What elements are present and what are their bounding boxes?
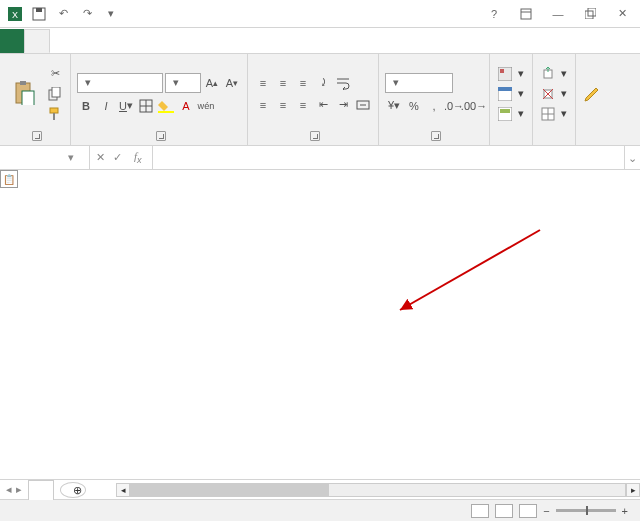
font-color-icon[interactable]: A xyxy=(177,97,195,115)
scroll-left-icon[interactable]: ◂ xyxy=(116,483,130,497)
svg-rect-13 xyxy=(53,113,55,120)
format-cells-button[interactable]: ▾ xyxy=(539,105,569,123)
sheet-nav-icon[interactable]: ◂ ▸ xyxy=(0,483,28,496)
tab-file[interactable] xyxy=(0,29,24,53)
zoom-in-icon[interactable]: + xyxy=(622,505,628,517)
font-size-combo[interactable]: ▾ xyxy=(165,73,201,93)
redo-icon[interactable]: ↷ xyxy=(76,3,98,25)
align-launcher[interactable] xyxy=(310,131,320,141)
font-launcher[interactable] xyxy=(156,131,166,141)
align-middle-icon[interactable]: ≡ xyxy=(274,74,292,92)
window-controls: ? — ✕ xyxy=(480,3,636,25)
number-format-combo[interactable]: ▾ xyxy=(385,73,453,93)
tab-view[interactable] xyxy=(170,29,194,53)
qat-dropdown-icon[interactable]: ▾ xyxy=(100,3,122,25)
fx-icon[interactable]: fx xyxy=(134,150,142,165)
svg-rect-8 xyxy=(20,81,26,85)
number-launcher[interactable] xyxy=(431,131,441,141)
align-bottom-icon[interactable]: ≡ xyxy=(294,74,312,92)
cut-icon[interactable]: ✂ xyxy=(46,65,64,83)
clipboard-launcher[interactable] xyxy=(32,131,42,141)
cancel-formula-icon[interactable]: ✕ xyxy=(96,151,105,164)
svg-rect-22 xyxy=(500,109,510,113)
page-layout-view-icon[interactable] xyxy=(495,504,513,518)
expand-formula-bar-icon[interactable]: ⌄ xyxy=(624,146,640,169)
percent-icon[interactable]: % xyxy=(405,97,423,115)
horizontal-scrollbar[interactable] xyxy=(130,483,626,497)
restore-icon[interactable] xyxy=(576,3,604,25)
group-styles: ▾ ▾ ▾ xyxy=(490,54,533,145)
help-icon[interactable]: ? xyxy=(480,3,508,25)
delete-cells-button[interactable]: ▾ xyxy=(539,85,569,103)
tab-insert[interactable] xyxy=(50,29,74,53)
tab-home[interactable] xyxy=(24,29,50,53)
ribbon-options-icon[interactable] xyxy=(512,3,540,25)
minimize-icon[interactable]: — xyxy=(544,3,572,25)
name-box[interactable]: ▾ xyxy=(0,146,90,169)
border-icon[interactable] xyxy=(137,97,155,115)
format-painter-icon[interactable] xyxy=(46,105,64,123)
sheet-tab-1[interactable] xyxy=(28,480,54,500)
font-name-combo[interactable]: ▾ xyxy=(77,73,163,93)
align-right-icon[interactable]: ≡ xyxy=(294,96,312,114)
copy-icon[interactable] xyxy=(46,85,64,103)
annotation-arrow xyxy=(0,170,640,479)
underline-icon[interactable]: U▾ xyxy=(117,97,135,115)
save-icon[interactable] xyxy=(28,3,50,25)
svg-rect-3 xyxy=(36,8,42,12)
paste-options-icon[interactable]: 📋 xyxy=(0,170,18,188)
table-format-button[interactable]: ▾ xyxy=(496,85,526,103)
decrease-indent-icon[interactable]: ⇤ xyxy=(314,96,332,114)
svg-rect-6 xyxy=(588,8,596,16)
tab-formulas[interactable] xyxy=(98,29,122,53)
add-sheet-icon[interactable]: ⊕ xyxy=(60,482,86,498)
cell-styles-button[interactable]: ▾ xyxy=(496,105,526,123)
title-bar: X ↶ ↷ ▾ ? — ✕ xyxy=(0,0,640,28)
status-bar: − + xyxy=(0,499,640,521)
decrease-font-icon[interactable]: A▾ xyxy=(223,74,241,92)
tab-layout[interactable] xyxy=(74,29,98,53)
italic-icon[interactable]: I xyxy=(97,97,115,115)
normal-view-icon[interactable] xyxy=(471,504,489,518)
svg-rect-20 xyxy=(498,87,512,91)
svg-rect-5 xyxy=(585,11,593,19)
fill-color-icon[interactable] xyxy=(157,97,175,115)
wrap-text-icon[interactable] xyxy=(334,74,352,92)
merge-icon[interactable] xyxy=(354,96,372,114)
name-box-dropdown-icon[interactable]: ▾ xyxy=(64,151,78,164)
svg-line-26 xyxy=(400,230,540,310)
currency-icon[interactable]: ¥▾ xyxy=(385,97,403,115)
svg-rect-11 xyxy=(52,87,60,97)
page-break-view-icon[interactable] xyxy=(519,504,537,518)
editing-icon[interactable] xyxy=(582,84,600,102)
worksheet[interactable]: 📋 xyxy=(0,170,640,479)
orientation-icon[interactable]: ⤸ xyxy=(314,74,332,92)
formula-input[interactable] xyxy=(153,146,624,169)
increase-indent-icon[interactable]: ⇥ xyxy=(334,96,352,114)
align-left-icon[interactable]: ≡ xyxy=(254,96,272,114)
comma-icon[interactable]: , xyxy=(425,97,443,115)
excel-icon[interactable]: X xyxy=(4,3,26,25)
conditional-format-button[interactable]: ▾ xyxy=(496,65,526,83)
tab-review[interactable] xyxy=(146,29,170,53)
zoom-slider[interactable] xyxy=(556,509,616,512)
zoom-out-icon[interactable]: − xyxy=(543,505,549,517)
bold-icon[interactable]: B xyxy=(77,97,95,115)
group-number: ▾ ¥▾ % , .0→ .00→ xyxy=(379,54,490,145)
decrease-decimal-icon[interactable]: .00→ xyxy=(465,97,483,115)
name-box-input[interactable] xyxy=(4,152,64,164)
group-cells: ▾ ▾ ▾ xyxy=(533,54,576,145)
svg-rect-18 xyxy=(500,69,504,73)
align-top-icon[interactable]: ≡ xyxy=(254,74,272,92)
undo-icon[interactable]: ↶ xyxy=(52,3,74,25)
scroll-right-icon[interactable]: ▸ xyxy=(626,483,640,497)
sheet-tabs-bar: ◂ ▸ ⊕ ◂ ▸ xyxy=(0,479,640,499)
tab-data[interactable] xyxy=(122,29,146,53)
align-center-icon[interactable]: ≡ xyxy=(274,96,292,114)
paste-button[interactable] xyxy=(6,58,42,129)
insert-cells-button[interactable]: ▾ xyxy=(539,65,569,83)
enter-formula-icon[interactable]: ✓ xyxy=(113,151,122,164)
phonetic-icon[interactable]: wén xyxy=(197,97,215,115)
increase-font-icon[interactable]: A▴ xyxy=(203,74,221,92)
close-icon[interactable]: ✕ xyxy=(608,3,636,25)
